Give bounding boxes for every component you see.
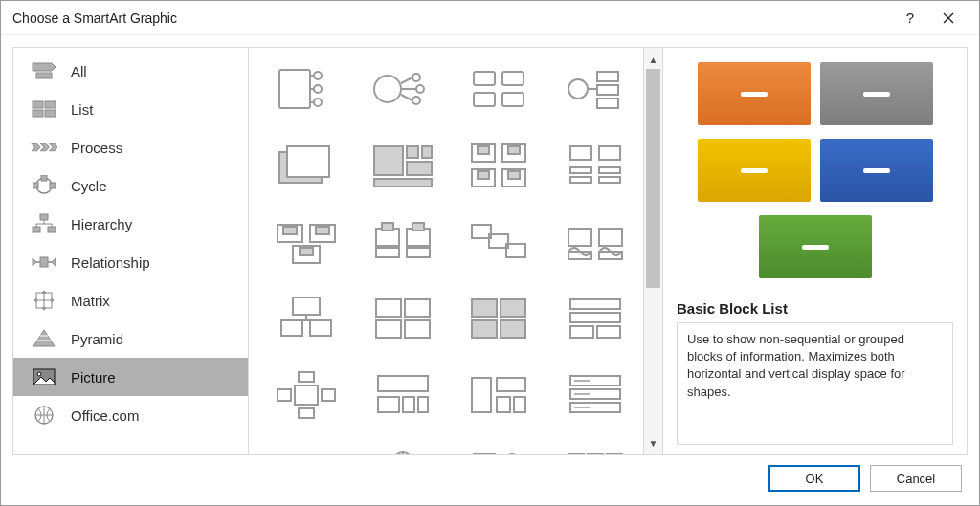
dialog-title: Choose a SmartArt Graphic	[12, 11, 177, 26]
preview-block-5	[759, 215, 872, 278]
svg-rect-94	[378, 397, 399, 412]
svg-rect-4	[45, 110, 56, 117]
globe-icon	[31, 405, 57, 426]
category-sidebar: All List Process	[13, 48, 249, 454]
layout-thumb[interactable]	[455, 55, 544, 122]
svg-rect-3	[33, 110, 43, 117]
titlebar: Choose a SmartArt Graphic ?	[1, 1, 979, 35]
layout-thumb[interactable]	[262, 438, 351, 454]
scroll-up-button[interactable]: ▲	[645, 50, 662, 69]
help-button[interactable]: ?	[891, 5, 929, 32]
sidebar-item-officecom[interactable]: Office.com	[13, 396, 248, 434]
cancel-button[interactable]: Cancel	[870, 465, 962, 492]
svg-rect-90	[322, 389, 335, 401]
process-icon	[31, 137, 57, 158]
preview-block-2	[820, 62, 933, 125]
layout-thumb[interactable]	[262, 55, 351, 122]
svg-point-22	[412, 74, 420, 81]
layout-thumb[interactable]	[455, 209, 544, 275]
svg-rect-10	[33, 227, 40, 232]
ok-button[interactable]: OK	[768, 465, 860, 492]
layout-thumb[interactable]	[551, 362, 640, 429]
sidebar-item-label: All	[71, 63, 87, 79]
sidebar-item-matrix[interactable]: Matrix	[13, 281, 248, 319]
svg-rect-86	[570, 326, 593, 338]
layout-thumb[interactable]	[455, 362, 544, 429]
svg-rect-93	[378, 376, 428, 391]
sidebar-item-label: Office.com	[71, 407, 139, 424]
layout-thumb[interactable]	[359, 362, 448, 429]
svg-point-23	[416, 85, 424, 93]
layout-thumb[interactable]	[262, 362, 351, 429]
gallery-scrollbar[interactable]: ▲ ▼	[643, 48, 662, 454]
sidebar-item-process[interactable]: Process	[13, 128, 248, 166]
layout-thumb[interactable]	[359, 438, 448, 454]
layout-thumb[interactable]	[262, 132, 351, 199]
svg-rect-70	[599, 229, 622, 246]
svg-rect-77	[405, 299, 430, 317]
svg-rect-59	[300, 248, 313, 255]
matrix-icon	[31, 290, 57, 311]
layout-thumb[interactable]	[359, 132, 448, 199]
layout-thumb[interactable]	[262, 209, 351, 275]
svg-rect-58	[316, 227, 329, 234]
close-button[interactable]	[929, 5, 968, 32]
layout-thumb[interactable]	[262, 285, 351, 352]
svg-point-20	[314, 99, 322, 106]
sidebar-item-list[interactable]: List	[13, 90, 248, 128]
scroll-down-button[interactable]: ▼	[645, 433, 662, 452]
layout-thumb[interactable]	[455, 285, 544, 352]
sidebar-item-pyramid[interactable]: Pyramid	[13, 319, 248, 358]
sidebar-item-cycle[interactable]: Cycle	[13, 166, 248, 205]
layout-thumb[interactable]	[551, 132, 640, 199]
sidebar-item-label: Relationship	[71, 254, 150, 271]
svg-rect-78	[376, 320, 401, 338]
layout-thumb[interactable]	[455, 438, 544, 454]
svg-rect-99	[497, 397, 510, 412]
sidebar-item-picture[interactable]: Picture	[13, 358, 248, 396]
layout-thumb[interactable]	[359, 285, 448, 352]
layout-thumb[interactable]	[551, 438, 640, 454]
svg-rect-97	[472, 378, 491, 412]
preview-title: Basic Block List	[677, 300, 953, 317]
sidebar-item-label: Cycle	[71, 178, 107, 194]
sidebar-item-label: Pyramid	[71, 331, 123, 347]
sidebar-item-label: List	[71, 101, 93, 118]
svg-rect-64	[382, 223, 393, 231]
layout-thumb[interactable]	[359, 55, 448, 122]
svg-rect-62	[376, 248, 399, 257]
smartart-dialog: Choose a SmartArt Graphic ? All	[0, 0, 980, 506]
svg-rect-98	[497, 378, 525, 391]
svg-rect-49	[599, 146, 620, 160]
svg-rect-9	[40, 214, 48, 220]
svg-rect-12	[40, 257, 48, 267]
sidebar-item-label: Matrix	[71, 293, 110, 309]
svg-point-19	[314, 85, 322, 93]
layout-thumb[interactable]	[551, 285, 640, 352]
svg-rect-87	[597, 326, 620, 338]
svg-rect-89	[278, 389, 291, 401]
svg-rect-30	[597, 72, 618, 81]
scroll-thumb[interactable]	[646, 69, 660, 288]
preview-pane: Basic Block List Use to show non-sequent…	[662, 48, 967, 454]
svg-point-18	[314, 72, 322, 79]
svg-rect-91	[299, 372, 314, 382]
main-area: All List Process	[12, 47, 968, 455]
all-icon	[31, 60, 57, 81]
svg-rect-76	[376, 299, 401, 317]
layout-thumb[interactable]	[359, 209, 448, 275]
layout-thumb[interactable]	[551, 209, 640, 275]
layout-gallery	[249, 48, 643, 454]
svg-rect-79	[405, 320, 430, 338]
sidebar-item-relationship[interactable]: Relationship	[13, 243, 248, 281]
svg-rect-39	[374, 179, 432, 187]
sidebar-item-all[interactable]: All	[13, 52, 248, 90]
svg-rect-84	[570, 299, 620, 309]
sidebar-item-hierarchy[interactable]: Hierarchy	[13, 205, 248, 243]
preview-block-3	[698, 139, 811, 202]
svg-rect-25	[474, 72, 495, 85]
layout-thumb[interactable]	[455, 132, 544, 199]
svg-rect-82	[472, 320, 497, 338]
scroll-track[interactable]	[644, 69, 662, 433]
layout-thumb[interactable]	[551, 55, 640, 122]
